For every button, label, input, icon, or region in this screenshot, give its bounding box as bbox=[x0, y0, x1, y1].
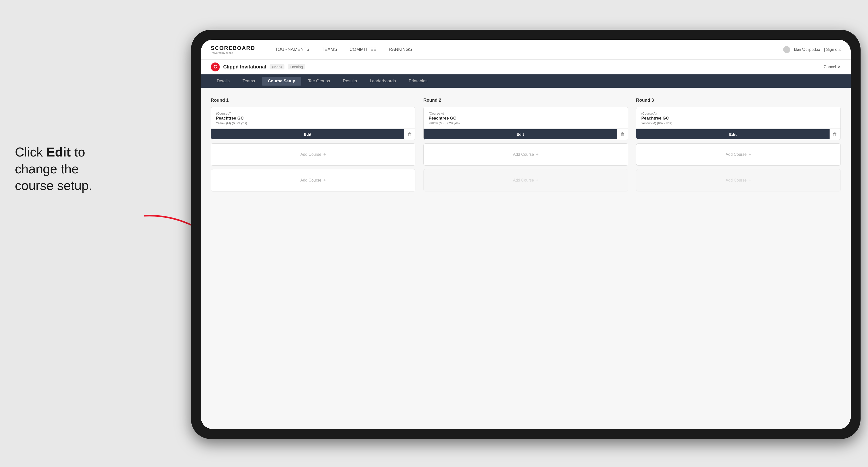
user-email: blair@clippd.io bbox=[794, 48, 820, 52]
round-1-add-course-1[interactable]: Add Course + bbox=[211, 143, 415, 166]
tournament-hosting-badge: Hosting bbox=[288, 64, 306, 69]
user-avatar bbox=[783, 46, 790, 53]
round-1-course-card: (Course A) Peachtree GC Yellow (M) (6629… bbox=[211, 107, 415, 140]
add-course-label-r3-2: Add Course bbox=[726, 178, 747, 183]
scoreboard-logo: SCOREBOARD Powered by clippd bbox=[211, 45, 255, 54]
annotation-line1: Click Edit tochange thecourse setup. bbox=[15, 145, 92, 193]
logo-subtitle: Powered by clippd bbox=[211, 51, 255, 54]
round-2-delete-button[interactable]: 🗑 bbox=[617, 129, 628, 139]
tournament-title-area: C Clippd Invitational (Men) Hosting bbox=[211, 62, 305, 71]
nav-links: TOURNAMENTS TEAMS COMMITTEE RANKINGS bbox=[275, 47, 768, 52]
main-content: Round 1 (Course A) Peachtree GC Yellow (… bbox=[201, 88, 850, 429]
plus-icon-r3-2: + bbox=[748, 178, 751, 183]
round-1-course-label: (Course A) bbox=[216, 112, 410, 115]
round-2-title: Round 2 bbox=[423, 98, 628, 103]
nav-rankings[interactable]: RANKINGS bbox=[389, 47, 412, 52]
round-3-delete-button[interactable]: 🗑 bbox=[830, 129, 840, 139]
round-2-add-course-1[interactable]: Add Course + bbox=[423, 143, 628, 166]
trash-icon-3: 🗑 bbox=[833, 132, 837, 137]
round-3-card-actions: Edit 🗑 bbox=[637, 128, 840, 139]
round-1-delete-button[interactable]: 🗑 bbox=[404, 129, 415, 139]
add-course-text-1: Add Course + bbox=[300, 152, 326, 157]
round-1-edit-button[interactable]: Edit bbox=[211, 129, 404, 139]
cancel-label: Cancel bbox=[824, 65, 836, 69]
nav-tournaments[interactable]: TOURNAMENTS bbox=[275, 47, 310, 52]
round-1-course-details: Yellow (M) (6629 yds) bbox=[216, 121, 410, 125]
add-course-label-r3-1: Add Course bbox=[726, 152, 747, 157]
round-1-course-name: Peachtree GC bbox=[216, 116, 410, 121]
add-course-text-r2-2: Add Course + bbox=[513, 178, 538, 183]
top-nav: SCOREBOARD Powered by clippd TOURNAMENTS… bbox=[201, 40, 850, 60]
round-3-edit-button[interactable]: Edit bbox=[637, 129, 830, 139]
tab-printables[interactable]: Printables bbox=[403, 76, 434, 86]
round-3-title: Round 3 bbox=[636, 98, 841, 103]
add-course-label-r2-2: Add Course bbox=[513, 178, 534, 183]
add-course-text-r3-2: Add Course + bbox=[726, 178, 751, 183]
rounds-grid: Round 1 (Course A) Peachtree GC Yellow (… bbox=[211, 98, 841, 195]
annotation-bold: Edit bbox=[46, 145, 71, 159]
add-course-label-r2-1: Add Course bbox=[513, 152, 534, 157]
round-2-course-name: Peachtree GC bbox=[429, 116, 623, 121]
tabs-bar: Details Teams Course Setup Tee Groups Re… bbox=[201, 74, 850, 88]
add-course-label-1: Add Course bbox=[300, 152, 321, 157]
cancel-icon: ✕ bbox=[837, 64, 841, 69]
round-1-add-course-2[interactable]: Add Course + bbox=[211, 169, 415, 191]
add-course-text-r2-1: Add Course + bbox=[513, 152, 538, 157]
trash-icon-2: 🗑 bbox=[620, 132, 625, 137]
round-3-add-course-2: Add Course + bbox=[636, 169, 841, 191]
cancel-button[interactable]: Cancel ✕ bbox=[824, 64, 841, 69]
annotation-text: Click Edit tochange thecourse setup. bbox=[15, 144, 164, 194]
plus-icon-r3-1: + bbox=[748, 152, 751, 157]
round-2-edit-button[interactable]: Edit bbox=[424, 129, 617, 139]
round-3-column: Round 3 (Course A) Peachtree GC Yellow (… bbox=[636, 98, 841, 195]
tab-tee-groups[interactable]: Tee Groups bbox=[302, 76, 336, 86]
tournament-gender-badge: (Men) bbox=[270, 64, 284, 69]
plus-icon-1: + bbox=[323, 152, 326, 157]
nav-committee[interactable]: COMMITTEE bbox=[350, 47, 376, 52]
round-2-add-course-2: Add Course + bbox=[423, 169, 628, 191]
tab-details[interactable]: Details bbox=[211, 76, 236, 86]
round-2-course-details: Yellow (M) (6629 yds) bbox=[429, 121, 623, 125]
clippd-icon: C bbox=[211, 62, 220, 71]
tournament-name: Clippd Invitational bbox=[223, 64, 266, 70]
tab-course-setup[interactable]: Course Setup bbox=[262, 76, 301, 86]
tab-results[interactable]: Results bbox=[337, 76, 363, 86]
tablet-screen: SCOREBOARD Powered by clippd TOURNAMENTS… bbox=[201, 40, 850, 429]
round-2-card-actions: Edit 🗑 bbox=[424, 128, 628, 139]
tab-leaderboards[interactable]: Leaderboards bbox=[364, 76, 402, 86]
round-1-column: Round 1 (Course A) Peachtree GC Yellow (… bbox=[211, 98, 415, 195]
round-3-course-label: (Course A) bbox=[641, 112, 836, 115]
sign-out-link[interactable]: | Sign out bbox=[824, 48, 841, 52]
logo-title: SCOREBOARD bbox=[211, 45, 255, 51]
round-1-title: Round 1 bbox=[211, 98, 415, 103]
plus-icon-r2-2: + bbox=[536, 178, 539, 183]
add-course-label-2: Add Course bbox=[300, 178, 321, 183]
tablet-frame: SCOREBOARD Powered by clippd TOURNAMENTS… bbox=[191, 30, 861, 439]
add-course-text-2: Add Course + bbox=[300, 178, 326, 183]
round-2-course-label: (Course A) bbox=[429, 112, 623, 115]
round-3-course-card: (Course A) Peachtree GC Yellow (M) (6629… bbox=[636, 107, 841, 140]
round-2-course-card: (Course A) Peachtree GC Yellow (M) (6629… bbox=[423, 107, 628, 140]
add-course-text-r3-1: Add Course + bbox=[726, 152, 751, 157]
nav-teams[interactable]: TEAMS bbox=[322, 47, 337, 52]
round-3-course-name: Peachtree GC bbox=[641, 116, 836, 121]
tab-teams[interactable]: Teams bbox=[237, 76, 261, 86]
round-2-column: Round 2 (Course A) Peachtree GC Yellow (… bbox=[423, 98, 628, 195]
nav-right: blair@clippd.io | Sign out bbox=[783, 46, 841, 53]
round-3-add-course-1[interactable]: Add Course + bbox=[636, 143, 841, 166]
trash-icon: 🗑 bbox=[408, 132, 412, 137]
plus-icon-r2-1: + bbox=[536, 152, 539, 157]
round-3-course-details: Yellow (M) (6629 yds) bbox=[641, 121, 836, 125]
tournament-bar: C Clippd Invitational (Men) Hosting Canc… bbox=[201, 60, 850, 74]
plus-icon-2: + bbox=[323, 178, 326, 183]
round-1-card-actions: Edit 🗑 bbox=[211, 128, 415, 139]
